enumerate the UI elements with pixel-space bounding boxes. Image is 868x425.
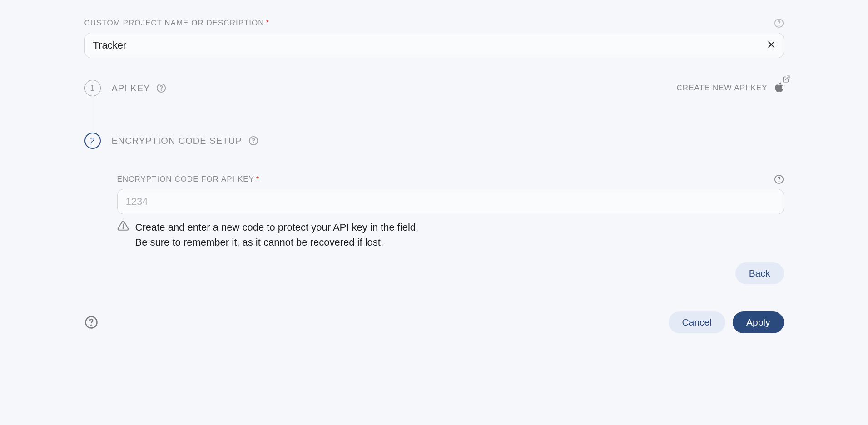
- encryption-hint: Create and enter a new code to protect y…: [117, 220, 784, 250]
- apply-button[interactable]: Apply: [733, 311, 784, 333]
- create-api-key-link[interactable]: CREATE NEW API KEY: [676, 84, 767, 93]
- external-link-icon: [782, 75, 790, 85]
- step-encryption: 2 ENCRYPTION CODE SETUP: [84, 133, 784, 149]
- svg-point-8: [253, 143, 253, 143]
- back-button[interactable]: Back: [735, 262, 784, 284]
- encryption-input-wrap: [117, 189, 784, 214]
- required-asterisk-2: *: [256, 175, 259, 183]
- encryption-help-icon[interactable]: [774, 174, 784, 184]
- apple-icon-wrap[interactable]: [774, 81, 784, 95]
- steps-container: 1 API KEY CREATE NEW API KEY 2 ENCRYPTIO…: [84, 80, 784, 284]
- warning-icon: [117, 220, 129, 250]
- svg-point-12: [123, 228, 123, 228]
- step-2-help-icon[interactable]: [248, 136, 258, 146]
- step-connector: [93, 96, 93, 133]
- encryption-field-label: ENCRYPTION CODE FOR API KEY: [117, 175, 255, 184]
- project-name-input-wrap: [84, 33, 784, 58]
- step-api-key: 1 API KEY CREATE NEW API KEY: [84, 80, 784, 96]
- svg-point-10: [779, 181, 779, 182]
- svg-point-14: [91, 325, 91, 326]
- step-1-title: API KEY: [112, 83, 150, 94]
- project-name-help-icon[interactable]: [774, 18, 784, 28]
- project-name-input[interactable]: [84, 33, 784, 58]
- hint-text: Create and enter a new code to protect y…: [135, 220, 419, 250]
- hint-line-2: Be sure to remember it, as it cannot be …: [135, 235, 419, 250]
- back-button-row: Back: [117, 262, 784, 284]
- hint-line-1: Create and enter a new code to protect y…: [135, 220, 419, 235]
- svg-point-5: [161, 90, 162, 90]
- step-2-title: ENCRYPTION CODE SETUP: [112, 136, 242, 146]
- cancel-button[interactable]: Cancel: [669, 311, 725, 333]
- clear-input-button[interactable]: [765, 38, 778, 53]
- form-container: CUSTOM PROJECT NAME OR DESCRIPTION * 1 A…: [84, 18, 784, 333]
- step-1-help-icon[interactable]: [156, 83, 166, 93]
- step-2-number: 2: [84, 133, 101, 149]
- project-name-label-row: CUSTOM PROJECT NAME OR DESCRIPTION *: [84, 18, 784, 28]
- footer-row: Cancel Apply: [84, 311, 784, 333]
- encryption-label-row: ENCRYPTION CODE FOR API KEY *: [117, 174, 784, 184]
- encryption-code-input[interactable]: [117, 189, 784, 214]
- project-name-label: CUSTOM PROJECT NAME OR DESCRIPTION: [84, 19, 264, 28]
- svg-line-6: [785, 76, 789, 79]
- required-asterisk: *: [266, 19, 269, 27]
- footer-help-icon[interactable]: [84, 316, 98, 329]
- svg-point-1: [779, 25, 779, 25]
- encryption-section: ENCRYPTION CODE FOR API KEY * Create and…: [117, 174, 784, 284]
- step-1-number: 1: [84, 80, 101, 96]
